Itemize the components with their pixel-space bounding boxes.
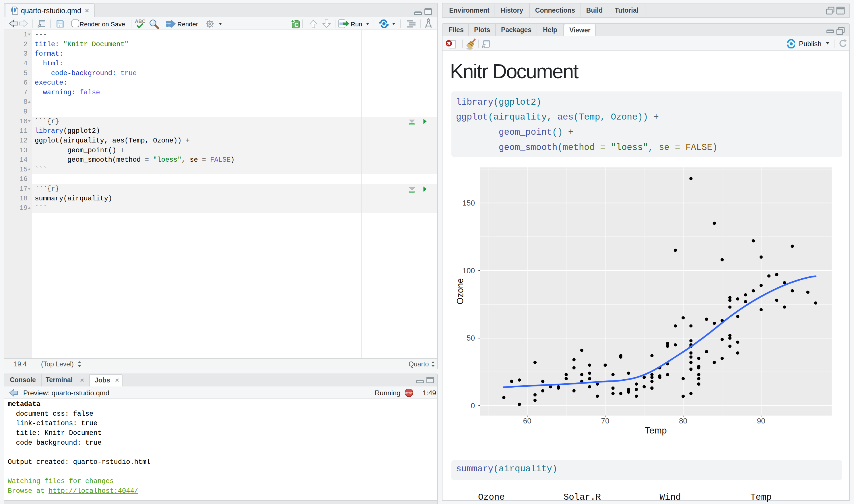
svg-text:80: 80: [679, 417, 687, 425]
svg-text:Ozone: Ozone: [455, 278, 465, 304]
svg-text:ABC: ABC: [135, 19, 145, 24]
svg-text:70: 70: [601, 417, 609, 425]
svg-text:150: 150: [463, 199, 475, 207]
svg-text:C: C: [294, 22, 298, 28]
svg-text:50: 50: [467, 334, 475, 342]
svg-text:90: 90: [757, 417, 765, 425]
svg-text:0: 0: [471, 401, 475, 410]
svg-text:STOP: STOP: [405, 391, 413, 395]
svg-text:60: 60: [523, 417, 531, 425]
svg-text:100: 100: [463, 266, 475, 275]
svg-text:Temp: Temp: [645, 426, 667, 435]
